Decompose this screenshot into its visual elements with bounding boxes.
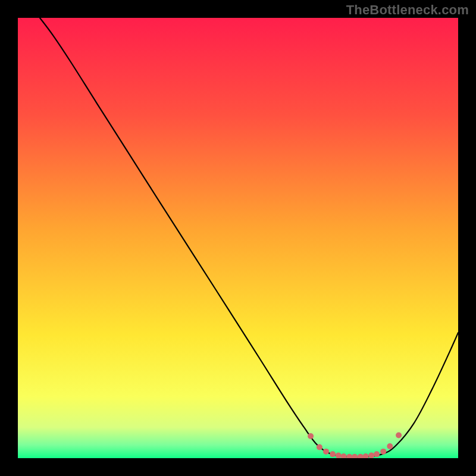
chart-svg	[18, 18, 458, 458]
optimum-dot	[323, 449, 329, 455]
optimum-dot	[387, 443, 393, 449]
optimum-dot	[308, 433, 314, 439]
chart-frame	[18, 18, 458, 458]
watermark-text: TheBottleneck.com	[346, 2, 469, 18]
optimum-dot	[380, 449, 386, 455]
optimum-dot	[330, 451, 336, 457]
optimum-dot	[317, 444, 322, 450]
optimum-dot	[374, 451, 380, 457]
optimum-dot	[396, 433, 402, 439]
